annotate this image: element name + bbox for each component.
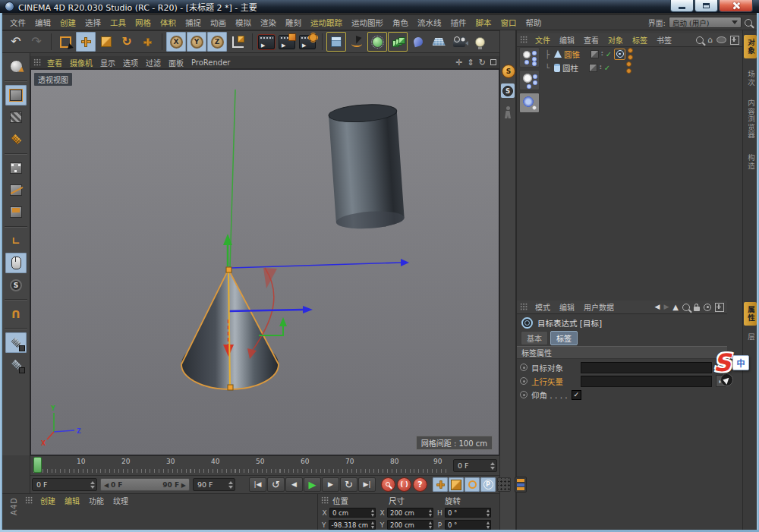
workplane-mode-button[interactable]	[5, 129, 27, 150]
live-selection-tool[interactable]	[55, 32, 75, 52]
position-x-input[interactable]: 0 cm	[329, 508, 376, 518]
render-picture-viewer-button[interactable]	[277, 32, 297, 52]
param-circle-icon[interactable]	[520, 377, 528, 385]
close-button[interactable]	[719, 0, 753, 12]
ball-pair-icon[interactable]	[519, 93, 540, 113]
previous-key-button[interactable]	[267, 477, 285, 492]
vp-menu-prorender[interactable]: ProRender	[187, 58, 234, 68]
om-menu-tags[interactable]: 标签	[628, 33, 651, 46]
position-y-input[interactable]: -98.318 cm	[329, 520, 376, 530]
layer-chip-icon[interactable]	[589, 64, 597, 72]
key-scale-toggle[interactable]	[449, 477, 464, 492]
navigate-icon[interactable]	[672, 304, 679, 311]
character-icon[interactable]	[503, 106, 512, 120]
current-frame-box[interactable]: 0 F	[32, 478, 97, 491]
size-x-input[interactable]: 200 cm	[387, 508, 433, 518]
enabled-check-icon[interactable]	[604, 64, 610, 72]
menu-mesh[interactable]: 网格	[131, 16, 156, 29]
next-key-button[interactable]	[340, 477, 357, 492]
add-mograph-button[interactable]	[388, 32, 408, 52]
zoom-view-icon[interactable]	[468, 58, 474, 67]
play-button[interactable]	[304, 477, 321, 492]
points-mode-button[interactable]	[5, 158, 27, 178]
vp-menu-view[interactable]: 查看	[43, 56, 66, 69]
history-forward-icon[interactable]	[663, 304, 669, 310]
coordinate-system-button[interactable]	[228, 32, 247, 52]
add-camera-button[interactable]	[449, 32, 469, 52]
am-menu-edit[interactable]: 编辑	[556, 301, 578, 313]
pan-view-icon[interactable]	[455, 58, 462, 67]
menu-tools[interactable]: 工具	[106, 16, 131, 29]
add-deformer-button[interactable]	[408, 32, 428, 52]
tab-basic[interactable]: 基本	[521, 331, 548, 345]
drag-grip[interactable]	[33, 58, 41, 67]
viewport-solo-button[interactable]	[5, 253, 27, 273]
edges-mode-button[interactable]	[5, 180, 27, 200]
home-icon[interactable]	[707, 36, 713, 44]
menu-script[interactable]: 脚本	[471, 16, 496, 29]
param-circle-icon[interactable]	[520, 391, 528, 398]
menu-simulate[interactable]: 模拟	[231, 16, 256, 29]
planar-workplane-button[interactable]	[5, 354, 27, 375]
scene-svg[interactable]: Y Z X	[31, 70, 499, 455]
menu-window[interactable]: 窗口	[496, 16, 521, 29]
mm-menu-texture[interactable]: 纹理	[109, 494, 132, 507]
maximize-button[interactable]	[694, 0, 718, 12]
add-icon[interactable]	[730, 36, 739, 45]
mm-menu-function[interactable]: 功能	[85, 494, 108, 507]
tab-attributes[interactable]: 属性	[744, 302, 757, 326]
am-add-icon[interactable]	[715, 303, 724, 312]
sphere-cluster-icon[interactable]	[519, 70, 540, 90]
vp-menu-panel[interactable]: 面板	[165, 56, 187, 69]
visibility-dots-icon[interactable]	[600, 64, 602, 71]
scale-tool[interactable]	[96, 32, 116, 52]
tab-structure[interactable]: 构造	[744, 150, 757, 174]
menu-select[interactable]: 选择	[80, 16, 106, 29]
menu-plugins[interactable]: 插件	[446, 16, 471, 29]
om-menu-bookmarks[interactable]: 书签	[653, 33, 676, 46]
om-menu-edit[interactable]: 编辑	[556, 33, 578, 46]
toggle-view-icon[interactable]	[490, 59, 496, 65]
next-frame-button[interactable]	[322, 477, 339, 492]
z-axis-lock-button[interactable]: Z	[207, 32, 227, 52]
rotate-view-icon[interactable]	[479, 58, 486, 67]
range-end-box[interactable]: 90 F	[193, 478, 235, 491]
last-tool-button[interactable]	[137, 32, 157, 52]
menu-render[interactable]: 渲染	[256, 16, 281, 29]
vp-menu-cameras[interactable]: 摄像机	[66, 56, 96, 69]
end-frame-box[interactable]: 0 F	[453, 459, 497, 472]
keyframe-help-button[interactable]	[413, 477, 427, 492]
go-to-start-button[interactable]	[249, 477, 266, 492]
om-search-icon[interactable]	[696, 36, 704, 44]
object-row-cylinder[interactable]: └ 圆柱	[543, 61, 739, 74]
gizmo-z-arrow[interactable]	[303, 306, 313, 313]
mm-menu-edit[interactable]: 编辑	[61, 494, 83, 507]
ime-language-badge[interactable]: 中	[732, 355, 749, 370]
menu-motion-tracker[interactable]: 运动跟踪	[306, 16, 347, 29]
up-vector-input[interactable]	[581, 376, 712, 387]
menu-snap[interactable]: 捕捉	[181, 16, 206, 29]
om-menu-file[interactable]: 文件	[531, 33, 554, 46]
menu-volume[interactable]: 体积	[156, 16, 181, 29]
tab-takes[interactable]: 场次	[744, 67, 757, 90]
menu-mograph[interactable]: 运动图形	[347, 16, 388, 29]
timeline-mode-button[interactable]	[515, 477, 527, 493]
axis-handle-bottom[interactable]	[228, 385, 233, 390]
render-settings-button[interactable]	[298, 32, 317, 52]
editor-render-dots[interactable]	[628, 48, 633, 60]
search-icon[interactable]	[745, 19, 752, 27]
size-y-input[interactable]: 200 cm	[387, 520, 433, 530]
key-pla-toggle[interactable]	[497, 477, 511, 492]
am-menu-mode[interactable]: 模式	[531, 301, 554, 313]
pitch-checkbox[interactable]	[572, 390, 581, 400]
drag-grip[interactable]	[321, 496, 329, 505]
previous-frame-button[interactable]	[285, 477, 303, 492]
menu-create[interactable]: 创建	[55, 16, 80, 29]
axis-handle-top[interactable]	[226, 267, 231, 272]
interface-preset-select[interactable]: 启动 (用户)	[669, 17, 742, 28]
viewport-canvas[interactable]: Y Z X 透视视图 网格间距 : 100 cm	[30, 69, 499, 455]
drag-grip[interactable]	[520, 303, 528, 311]
add-spline-button[interactable]	[347, 32, 367, 52]
rotation-h-input[interactable]: 0 °	[445, 508, 491, 518]
object-name[interactable]: 圆锥	[564, 49, 588, 60]
